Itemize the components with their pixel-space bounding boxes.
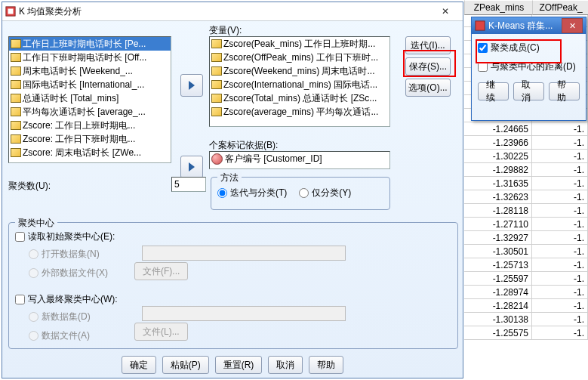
method-iterate-classify[interactable]: 迭代与分类(T) xyxy=(217,187,287,199)
table-row: -1.28214-1. xyxy=(464,299,588,313)
table-row: -1.25713-1. xyxy=(464,258,588,272)
sub-cancel-button[interactable]: 取消 xyxy=(513,82,544,100)
variable-item[interactable]: Zscore(OffPeak_mins) 工作日下班时... xyxy=(210,51,389,64)
move-to-caseid-button[interactable] xyxy=(180,156,203,178)
source-var-list[interactable]: 工作日上班时期电话时长 [Pe...工作日下班时期电话时长 [Off...周末电… xyxy=(8,36,171,163)
grid-cell[interactable]: -1.32927 xyxy=(464,231,532,245)
cancel-button[interactable]: 取消 xyxy=(268,356,303,374)
scale-icon xyxy=(11,134,21,144)
grid-col-header-1[interactable]: ZPeak_mins xyxy=(464,0,534,15)
dialog-title: K 均值聚类分析 xyxy=(19,5,431,18)
save-button[interactable]: 保存(S)... xyxy=(405,57,451,76)
grid-cell[interactable]: -1. xyxy=(532,272,588,286)
save-distance[interactable]: 与聚类中心的距离(D) xyxy=(478,60,580,73)
source-var-item[interactable]: 国际电话时长 [International_... xyxy=(9,78,171,91)
cluster-count-input[interactable] xyxy=(171,177,206,192)
write-final-check[interactable]: 写入最终聚类中心(W): xyxy=(15,293,451,306)
variable-item[interactable]: Zscore(Total_mins) 总通话时长 [ZSc... xyxy=(210,91,389,105)
arrow-right-icon xyxy=(186,161,198,173)
write-file-button: 文件(L)... xyxy=(134,323,188,341)
kmeans-save-dialog: K-Means 群集... ✕ 聚类成员(C) 与聚类中心的距离(D) 继续 取… xyxy=(471,17,586,121)
case-id-value: 客户编号 [Customer_ID] xyxy=(225,153,322,165)
grid-cell[interactable]: -1.23966 xyxy=(464,136,532,150)
grid-cell[interactable]: -1.31635 xyxy=(464,177,532,190)
variable-item[interactable]: Zscore(average_mins) 平均每次通话... xyxy=(210,105,389,119)
options-button[interactable]: 选项(O)... xyxy=(405,79,451,97)
grid-cell[interactable]: -1.30138 xyxy=(464,313,532,326)
scale-icon xyxy=(11,53,21,62)
variables-list[interactable]: Zscore(Peak_mins) 工作日上班时期...Zscore(OffPe… xyxy=(209,36,390,127)
source-var-item[interactable]: 平均每次通话时长 [average_... xyxy=(9,105,171,119)
write-data-file: 数据文件(A) xyxy=(29,329,451,342)
save-cluster-membership[interactable]: 聚类成员(C) xyxy=(478,42,580,54)
table-row: -1.32927-1. xyxy=(464,231,588,245)
variable-item[interactable]: Zscore(International_mins) 国际电话... xyxy=(210,78,389,91)
scale-icon xyxy=(11,121,21,130)
ok-button[interactable]: 确定 xyxy=(122,356,156,374)
scale-icon xyxy=(11,148,21,157)
grid-cell[interactable]: -1.30225 xyxy=(464,150,532,163)
grid-cell[interactable]: -1.28974 xyxy=(464,286,532,299)
sub-help-button[interactable]: 帮助 xyxy=(549,82,580,100)
arrow-right-icon xyxy=(186,79,198,91)
grid-cell[interactable]: -1.28214 xyxy=(464,299,532,313)
source-var-item[interactable]: 总通话时长 [Total_mins] xyxy=(9,91,171,105)
close-icon[interactable]: ✕ xyxy=(562,18,583,33)
grid-cell[interactable]: -1.29882 xyxy=(464,163,532,177)
source-var-item[interactable]: Zscore: 周末电话时长 [ZWe... xyxy=(9,146,171,159)
grid-cell[interactable]: -1. xyxy=(532,313,588,326)
grid-cell[interactable]: -1. xyxy=(532,177,588,190)
grid-cell[interactable]: -1.24665 xyxy=(464,122,532,136)
grid-cell[interactable]: -1.30501 xyxy=(464,245,532,258)
grid-cell[interactable]: -1. xyxy=(532,299,588,313)
grid-cell[interactable]: -1. xyxy=(532,150,588,163)
grid-cell[interactable]: -1. xyxy=(532,231,588,245)
scale-icon xyxy=(11,80,21,89)
continue-button[interactable]: 继续 xyxy=(478,82,509,100)
grid-cell[interactable]: -1. xyxy=(532,326,588,340)
iterate-button[interactable]: 迭代(I)... xyxy=(405,36,451,54)
grid-cell[interactable]: -1. xyxy=(532,136,588,150)
grid-cell[interactable]: -1.25597 xyxy=(464,272,532,286)
table-row: -1.24665-1. xyxy=(464,122,588,136)
source-var-item[interactable]: 周末电话时长 [Weekend_... xyxy=(9,64,171,78)
grid-cell[interactable]: -1. xyxy=(532,204,588,218)
grid-cell[interactable]: -1.28118 xyxy=(464,204,532,218)
source-var-item[interactable]: 工作日上班时期电话时长 [Pe... xyxy=(9,37,171,51)
source-var-item[interactable]: Zscore: 工作日上班时期电... xyxy=(9,119,171,132)
grid-cell[interactable]: -1.25575 xyxy=(464,326,532,340)
method-classify-only[interactable]: 仅分类(Y) xyxy=(299,187,351,199)
grid-cell[interactable]: -1. xyxy=(532,190,588,204)
table-row: -1.32623-1. xyxy=(464,190,588,204)
table-row: -1.28974-1. xyxy=(464,286,588,299)
read-initial-check[interactable]: 读取初始聚类中心(E): xyxy=(15,230,451,243)
move-to-variables-button[interactable] xyxy=(180,74,203,97)
nominal-icon xyxy=(211,153,223,165)
grid-cell[interactable]: -1.25713 xyxy=(464,258,532,272)
table-row: -1.27110-1. xyxy=(464,218,588,231)
source-var-item[interactable]: Zscore: 工作日下班时期电... xyxy=(9,132,171,146)
reset-button[interactable]: 重置(R) xyxy=(215,356,263,374)
subdialog-title: K-Means 群集... xyxy=(488,20,562,32)
grid-cell[interactable]: -1. xyxy=(532,163,588,177)
grid-cell[interactable]: -1. xyxy=(532,122,588,136)
grid-cell[interactable]: -1.27110 xyxy=(464,218,532,231)
app-icon xyxy=(5,6,16,17)
svg-rect-1 xyxy=(8,9,14,14)
case-label: 个案标记依据(B): xyxy=(209,139,278,152)
grid-col-header-2[interactable]: ZOffPeak_ xyxy=(532,0,588,15)
help-button[interactable]: 帮助 xyxy=(309,356,343,374)
table-row: -1.30138-1. xyxy=(464,313,588,326)
table-row: -1.23966-1. xyxy=(464,136,588,150)
grid-cell[interactable]: -1. xyxy=(532,286,588,299)
grid-cell[interactable]: -1. xyxy=(532,245,588,258)
grid-cell[interactable]: -1. xyxy=(532,218,588,231)
source-var-item[interactable]: 工作日下班时期电话时长 [Off... xyxy=(9,51,171,64)
grid-cell[interactable]: -1.32623 xyxy=(464,190,532,204)
case-id-box[interactable]: 客户编号 [Customer_ID] xyxy=(209,151,390,169)
close-icon[interactable]: ✕ xyxy=(431,4,460,19)
variable-item[interactable]: Zscore(Weekend_mins) 周末电话时... xyxy=(210,64,389,78)
grid-cell[interactable]: -1. xyxy=(532,258,588,272)
paste-button[interactable]: 粘贴(P) xyxy=(162,356,209,374)
variable-item[interactable]: Zscore(Peak_mins) 工作日上班时期... xyxy=(210,37,389,51)
